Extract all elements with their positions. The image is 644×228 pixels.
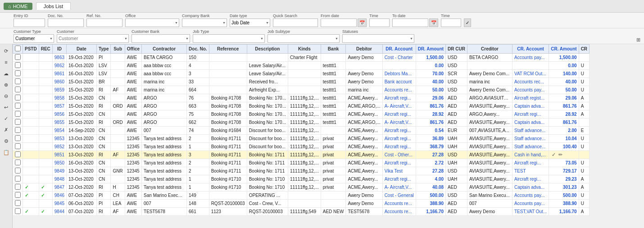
side-menu-icon[interactable]: ≡ [1, 57, 11, 67]
side-add-icon[interactable]: ⊕ [1, 80, 11, 90]
row-checkbox-cell[interactable] [13, 78, 23, 86]
row-checkbox[interactable] [15, 70, 21, 76]
customer-input[interactable] [57, 34, 129, 43]
row-checkbox-cell[interactable] [13, 102, 23, 110]
customer-bank-select[interactable] [132, 34, 190, 43]
row-checkbox[interactable] [15, 151, 21, 157]
cell-id[interactable]: 9860 [52, 78, 66, 86]
side-check-icon[interactable]: ✓ [1, 114, 11, 123]
row-checkbox-cell[interactable] [13, 119, 23, 127]
job-type-select[interactable] [193, 34, 265, 43]
cell-id[interactable]: 9844 [52, 208, 66, 216]
row-checkbox-cell[interactable] [13, 159, 23, 167]
cell-id[interactable]: 9845 [52, 200, 66, 208]
to-date-input[interactable]: 20/10/2020 [392, 18, 428, 27]
ref-no-input[interactable] [86, 18, 122, 27]
row-checkbox-cell[interactable] [13, 175, 23, 183]
row-checkbox-cell[interactable] [13, 200, 23, 208]
cell-id[interactable]: 9852 [52, 143, 66, 151]
jobs-list-tab[interactable]: Jobs List [36, 2, 71, 10]
select-all-checkbox[interactable] [15, 46, 21, 51]
row-checkbox[interactable] [15, 176, 21, 182]
row-checkbox[interactable] [15, 62, 21, 68]
row-checkbox[interactable] [15, 168, 21, 173]
row-checkbox[interactable] [15, 119, 21, 125]
row-checkbox[interactable] [15, 160, 21, 165]
row-checkbox-cell[interactable] [13, 151, 23, 159]
row-checkbox-cell[interactable] [13, 62, 23, 70]
row-checkbox[interactable] [15, 95, 21, 100]
row-checkbox[interactable] [15, 87, 21, 92]
row-checkbox[interactable] [15, 184, 21, 190]
job-subtype-select[interactable] [268, 34, 340, 43]
entry-id-input[interactable] [14, 18, 45, 27]
row-checkbox-cell[interactable] [13, 54, 23, 62]
company-bank-select[interactable] [182, 18, 227, 27]
side-copy-icon[interactable]: 📋 [1, 147, 11, 157]
quick-search-input[interactable] [273, 18, 318, 27]
row-checkbox[interactable] [15, 78, 21, 84]
row-checkbox-cell[interactable] [13, 192, 23, 200]
cell-id[interactable]: 9853 [52, 135, 66, 143]
side-refresh-icon[interactable]: ⟳ [1, 46, 11, 56]
row-checkbox-cell[interactable] [13, 110, 23, 119]
cell-docno: 1 [187, 143, 209, 151]
cell-id[interactable]: 9851 [52, 151, 66, 159]
cell-id[interactable]: 9855 [52, 119, 66, 127]
cell-id[interactable]: 9850 [52, 159, 66, 167]
home-button[interactable]: ⌂ HOME [4, 3, 32, 10]
row-checkbox-cell[interactable] [13, 183, 23, 192]
row-checkbox[interactable] [15, 103, 21, 109]
row-checkbox-cell[interactable] [13, 94, 23, 102]
office-input[interactable] [125, 18, 179, 27]
cell-id[interactable]: 9857 [52, 102, 66, 110]
cell-cr: U [579, 192, 589, 200]
row-checkbox-cell[interactable] [13, 143, 23, 151]
row-checkbox[interactable] [15, 54, 21, 60]
cell-id[interactable]: 9849 [52, 167, 66, 175]
grid-button[interactable]: ⊞ [635, 37, 641, 43]
side-x-icon[interactable]: ✗ [1, 125, 11, 135]
confirm-button[interactable]: ✓ [464, 18, 471, 27]
cell-rec [39, 94, 52, 102]
row-checkbox-cell[interactable] [13, 135, 23, 143]
side-remove-icon[interactable]: ⊖ [1, 91, 11, 101]
row-checkbox[interactable] [15, 208, 21, 214]
row-checkbox[interactable] [15, 135, 21, 141]
date-type-select[interactable]: Job Date [230, 18, 270, 27]
time-to-input[interactable]: 23:59 [441, 18, 461, 27]
cell-id[interactable]: 9861 [52, 70, 66, 78]
row-checkbox-cell[interactable] [13, 86, 23, 94]
row-checkbox-cell[interactable] [13, 70, 23, 78]
row-checkbox[interactable] [15, 192, 21, 198]
row-checkbox-cell[interactable] [13, 127, 23, 135]
customer-type-select[interactable]: Customer [14, 34, 54, 43]
accept-edit-icon[interactable]: ✓ [551, 152, 557, 158]
to-date-calendar[interactable]: 📅 [429, 18, 438, 27]
time-from-input[interactable]: 17:08 [369, 18, 390, 27]
cell-id[interactable]: 9856 [52, 110, 66, 119]
row-checkbox[interactable] [15, 127, 21, 133]
cell-id[interactable]: 9858 [52, 94, 66, 102]
cell-id[interactable]: 9854 [52, 127, 66, 135]
cell-id[interactable]: 9863 [52, 54, 66, 62]
row-checkbox[interactable] [15, 143, 21, 149]
side-gear-icon[interactable]: ⚙ [1, 136, 11, 146]
cell-id[interactable]: 9848 [52, 175, 66, 183]
from-date-calendar[interactable]: 📅 [358, 18, 367, 27]
row-checkbox-cell[interactable] [13, 208, 23, 216]
statuses-select[interactable] [342, 34, 414, 43]
cell-id[interactable]: 9859 [52, 86, 66, 94]
cell-id[interactable]: 9847 [52, 183, 66, 192]
doc-no-input[interactable] [48, 18, 84, 27]
cell-id[interactable]: 9862 [52, 62, 66, 70]
row-checkbox[interactable] [15, 111, 21, 117]
row-checkbox[interactable] [15, 200, 21, 206]
row-checkbox-cell[interactable] [13, 167, 23, 175]
side-back-icon[interactable]: ↩ [1, 102, 11, 112]
cancel-edit-icon[interactable]: ✏ [558, 152, 563, 158]
from-date-input[interactable]: 20/06/2020 [321, 18, 357, 27]
cell-docno: 663 [187, 102, 209, 110]
cell-id[interactable]: 9846 [52, 192, 66, 200]
side-cloud-icon[interactable]: ☁ [1, 68, 11, 78]
